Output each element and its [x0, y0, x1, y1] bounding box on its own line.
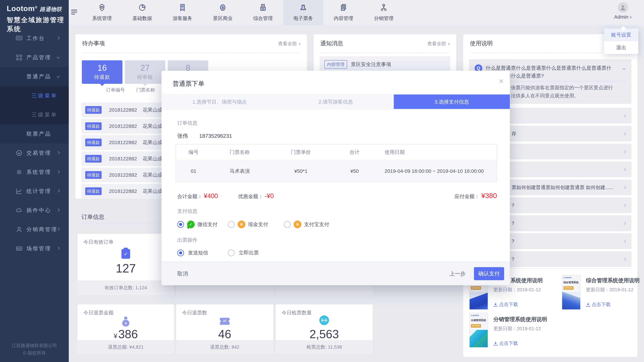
- order-no: 2018122882: [109, 184, 137, 199]
- top-nav-label: 系统管理: [82, 15, 122, 22]
- stat-footer: 退票总数: 842: [176, 340, 273, 354]
- step-1[interactable]: 1.选择节目、场馆与场次: [162, 94, 278, 109]
- stat-title: 今日退票金额: [83, 309, 114, 316]
- order-no: 2018122882: [109, 168, 137, 182]
- chevron-right-icon: [623, 132, 626, 135]
- cover-brand: Lootom: [564, 276, 572, 279]
- table-row: 01 马术表演 ¥50*1 ¥50 2019-04-09 16:00:00 ~ …: [176, 160, 496, 182]
- sidebar-item-distributors[interactable]: 分销商管理: [0, 220, 69, 239]
- step-3-active[interactable]: 3.选择支付信息: [394, 94, 510, 109]
- chevron-right-icon: [623, 186, 626, 189]
- order-no: 2018122882: [109, 103, 137, 117]
- cover-tag: 使用说明: [471, 286, 481, 290]
- menu-item-account-settings[interactable]: 账号设置: [604, 28, 638, 41]
- sidebar-item-stats[interactable]: 统计管理: [0, 182, 69, 201]
- yen-glyph: ¥: [121, 321, 130, 326]
- download-link[interactable]: 点击下载: [494, 301, 518, 308]
- view-all-label: 查看全部: [427, 41, 446, 46]
- menu-item-logout[interactable]: 退出: [604, 41, 638, 54]
- currency-symbol: ¥: [114, 333, 117, 340]
- top-nav-visitor-service[interactable]: 游客服务: [162, 0, 202, 25]
- tab-label: 待退款: [82, 74, 122, 81]
- issue-options: 发送短信 立即出票: [162, 249, 510, 258]
- confirm-pay-button[interactable]: 确认支付: [474, 267, 504, 280]
- todo-tab-review[interactable]: 27 待审核: [125, 60, 165, 84]
- sidebar-item-combo-product[interactable]: 联票产品: [0, 124, 69, 143]
- top-nav-system[interactable]: 系统管理: [82, 0, 122, 25]
- grid-icon: [16, 54, 22, 61]
- top-nav-eticketing[interactable]: 电子票务: [283, 0, 323, 25]
- sidebar-item-trade[interactable]: 交易管理: [0, 143, 69, 163]
- stat-value: 386: [118, 328, 138, 341]
- step-2[interactable]: 2.填写游客信息: [278, 94, 394, 109]
- topbar: 系统管理 基础数据 游客服务 $ 景区商业 综合管理 电子票务: [69, 0, 644, 25]
- chevron-right-icon: [448, 43, 450, 45]
- sidebar-item-label: 分销商管理: [26, 226, 58, 233]
- top-nav-comprehensive[interactable]: 综合管理: [243, 0, 283, 25]
- tab-count: 27: [125, 63, 165, 73]
- check-glyph: ✓: [189, 222, 193, 227]
- prev-step-button[interactable]: 上一步: [450, 262, 466, 286]
- section-payment: 支付信息: [177, 208, 198, 215]
- logo-brand-text: Lootom: [7, 4, 35, 12]
- top-nav-label: 基础数据: [122, 15, 162, 22]
- wechat-pay-icon: ✓: [187, 221, 195, 228]
- sidebar-item-level3-active[interactable]: 三级菜单: [0, 86, 69, 105]
- notice-view-all[interactable]: 查看全部: [427, 40, 450, 47]
- sidebar-item-products[interactable]: 产品管理: [0, 48, 69, 67]
- todo-tab-refund[interactable]: 16 待退款: [82, 60, 122, 84]
- sidebar-item-normal-product[interactable]: 普通产品: [0, 67, 69, 86]
- avatar: [618, 2, 628, 13]
- ticket-stamp-icon: [299, 4, 307, 11]
- radio-selected[interactable]: [177, 250, 184, 256]
- cell-use-date: 2019-04-09 16:00:00 ~ 2019-04-10 16:00:0…: [376, 168, 496, 174]
- pay-option-wechat[interactable]: ✓ 微信支付: [177, 221, 218, 228]
- cover-name: 综合管理系统: [564, 281, 578, 284]
- issue-option-immediate[interactable]: 立即出票: [228, 249, 259, 256]
- radio-unselected[interactable]: [228, 250, 234, 256]
- logo-cn-text: 路通物联: [40, 6, 62, 12]
- issue-option-sms[interactable]: 发送短信: [177, 249, 208, 256]
- divider: [82, 53, 300, 53]
- cover-tag: 使用说明: [471, 324, 481, 328]
- swap-glyph: ⇄: [220, 319, 230, 323]
- modal-title: 普通票下单: [172, 79, 204, 88]
- sidebar-item-level3[interactable]: 三级菜单: [0, 105, 69, 124]
- sidebar-item-system[interactable]: 系统管理: [0, 163, 69, 182]
- bookmark-icon: [178, 4, 186, 11]
- sidebar-item-label: 三级菜单: [32, 111, 58, 118]
- pay-option-cash[interactable]: ¥ 现金支付: [228, 221, 268, 228]
- top-nav-base-data[interactable]: 基础数据: [122, 0, 162, 25]
- sidebar-item-plugins[interactable]: 插件中心: [0, 201, 69, 220]
- sidebar-item-venues[interactable]: 场馆管理: [0, 239, 69, 258]
- contact-name: 张伟: [177, 133, 188, 139]
- copyright-company: 江苏路通物联有限公司: [0, 342, 69, 349]
- top-nav-commerce[interactable]: $ 景区商业: [202, 0, 243, 25]
- contact-phone: 18735296231: [199, 133, 232, 139]
- admin-account[interactable]: Admin ▾: [611, 0, 634, 25]
- sidebar-item-workbench[interactable]: 工作台: [0, 29, 69, 48]
- sidebar-submenu-level3: 三级菜单 三级菜单: [0, 86, 69, 124]
- cover-illustration: [562, 292, 580, 309]
- close-icon[interactable]: ×: [499, 77, 504, 85]
- collapse-menu-icon[interactable]: [71, 10, 77, 15]
- top-nav-distribution[interactable]: 分销管理: [364, 0, 404, 25]
- pay-option-alipay[interactable]: ¥ 支付宝支付: [284, 221, 329, 228]
- cash-coin-icon: ¥: [238, 221, 245, 228]
- sidebar-item-label: 三级菜单: [32, 92, 58, 99]
- modal-footer: 取消 上一步 确认支付: [162, 261, 510, 285]
- top-nav-content[interactable]: 内容管理: [323, 0, 364, 25]
- chevron-down-icon: [56, 55, 60, 59]
- radio-selected[interactable]: [177, 221, 184, 228]
- notice-item[interactable]: 内部管理 景区安全注意事项: [320, 56, 450, 72]
- cover-illustration: [470, 292, 488, 309]
- download-link[interactable]: 点击下载: [494, 340, 518, 347]
- radio-unselected[interactable]: [284, 221, 291, 228]
- chevron-right-icon: [56, 208, 60, 212]
- todo-view-all[interactable]: 查看全部: [278, 40, 300, 47]
- cancel-button[interactable]: 取消: [177, 262, 188, 286]
- radio-unselected[interactable]: [228, 221, 234, 228]
- chevron-right-icon: [623, 222, 626, 225]
- sidebar-item-label: 工作台: [26, 35, 45, 42]
- download-link[interactable]: 点击下载: [586, 301, 610, 308]
